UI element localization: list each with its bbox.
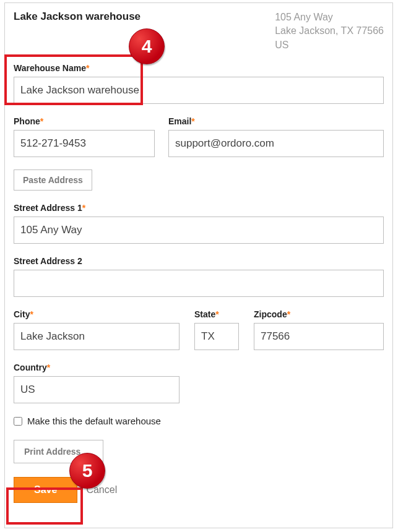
zip-input[interactable] [254, 323, 384, 350]
country-field: Country* [14, 363, 180, 403]
header: Lake Jackson warehouse 105 Any Way Lake … [14, 11, 384, 52]
street2-field: Street Address 2 [14, 256, 384, 297]
addr-line1: 105 Any Way [275, 11, 384, 24]
warehouse-name-input[interactable] [14, 77, 384, 104]
city-field: City* [14, 309, 180, 350]
country-label: Country* [14, 363, 180, 372]
page-title: Lake Jackson warehouse [14, 11, 141, 23]
email-field: Email* [168, 116, 384, 157]
email-input[interactable] [168, 130, 384, 157]
phone-input[interactable] [14, 130, 155, 157]
form-actions: Save Cancel [14, 477, 384, 503]
default-warehouse-row: Make this the default warehouse [14, 416, 384, 426]
print-address-button[interactable]: Print Address [14, 440, 103, 463]
city-state-zip-row: City* State* Zipcode* [14, 309, 384, 350]
state-label: State* [194, 309, 239, 319]
zip-field: Zipcode* [254, 309, 384, 350]
warehouse-form-panel: Lake Jackson warehouse 105 Any Way Lake … [4, 2, 393, 528]
save-button[interactable]: Save [14, 477, 77, 503]
street2-label: Street Address 2 [14, 256, 384, 266]
header-address: 105 Any Way Lake Jackson, TX 77566 US [275, 11, 384, 52]
phone-field: Phone* [14, 116, 155, 157]
email-label: Email* [168, 116, 384, 126]
street1-field: Street Address 1* [14, 203, 384, 244]
city-input[interactable] [14, 323, 180, 350]
addr-line2: Lake Jackson, TX 77566 [275, 24, 384, 38]
warehouse-name-field: Warehouse Name* [14, 63, 384, 104]
paste-address-button[interactable]: Paste Address [14, 169, 92, 191]
street1-input[interactable] [14, 217, 384, 244]
zip-label: Zipcode* [254, 309, 384, 319]
state-field: State* [194, 309, 239, 350]
street2-input[interactable] [14, 270, 384, 297]
print-address-row: Print Address [14, 440, 384, 463]
country-input[interactable] [14, 376, 180, 403]
state-input[interactable] [194, 323, 239, 350]
phone-label: Phone* [14, 116, 155, 126]
phone-email-row: Phone* Email* [14, 116, 384, 157]
city-label: City* [14, 309, 180, 319]
default-warehouse-checkbox[interactable] [14, 417, 22, 426]
cancel-button[interactable]: Cancel [86, 484, 117, 496]
paste-address-row: Paste Address [14, 169, 384, 191]
default-warehouse-label: Make this the default warehouse [27, 416, 161, 426]
warehouse-name-label: Warehouse Name* [14, 63, 384, 73]
street1-label: Street Address 1* [14, 203, 384, 213]
addr-line3: US [275, 38, 384, 52]
